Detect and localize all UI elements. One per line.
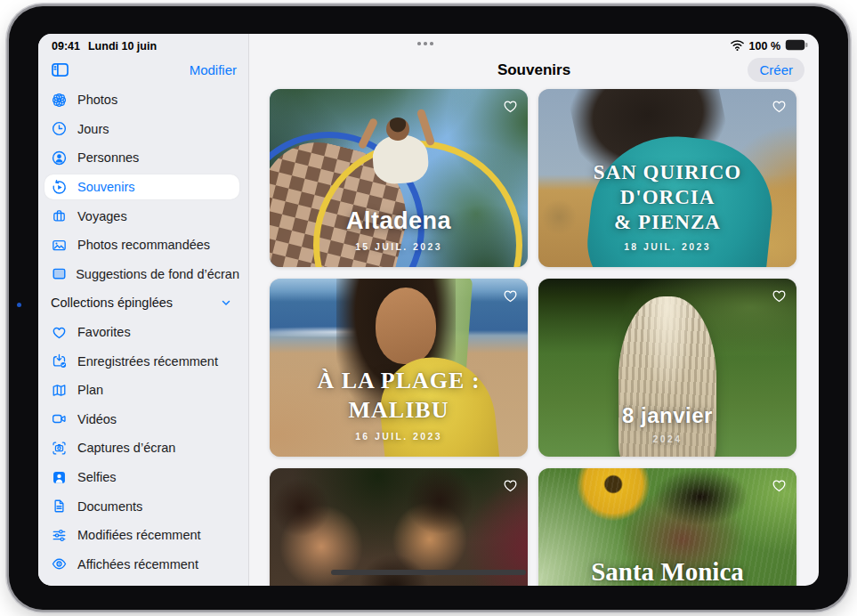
memory-card-san-quirico[interactable]: SAN QUIRICO D'ORCIA & PIENZA 18 JUIL. 20… <box>538 89 796 267</box>
selfies-icon <box>51 469 77 486</box>
create-button[interactable]: Créer <box>748 58 804 82</box>
sidebar-item-label: Modifiées récemment <box>77 528 201 542</box>
sidebar-item-label: Enregistrées récemment <box>77 354 218 369</box>
sidebar-item-documents[interactable]: Documents <box>38 491 248 521</box>
featured-photos-icon <box>51 237 77 254</box>
sidebar-item-label: Vidéos <box>77 412 117 426</box>
sidebar-item-souvenirs[interactable]: Souvenirs <box>38 173 248 202</box>
favorite-heart-icon[interactable] <box>769 95 789 118</box>
trips-icon <box>51 207 77 224</box>
photo-detail <box>538 468 796 586</box>
sidebar-item-label: Selfies <box>77 470 117 484</box>
sidebar-item-label: Documents <box>77 499 142 514</box>
recently-edited-icon <box>51 527 77 544</box>
status-bar-right: 100 % <box>730 39 808 53</box>
status-time: 09:41 <box>52 40 80 53</box>
sidebar-item-videos[interactable]: Vidéos <box>38 405 248 434</box>
memory-photo <box>270 468 528 586</box>
sidebar-item-label: Plan <box>77 383 103 397</box>
ipad-screen: 09:41 Lundi 10 juin 100 % Modifier <box>38 34 819 586</box>
favorite-heart-icon[interactable] <box>500 95 521 118</box>
sidebar-item-favorites[interactable]: Favorites <box>38 318 248 347</box>
sidebar-item-label: Suggestions de fond d’écran <box>76 267 239 281</box>
sidebar-item-label: Affichées récemment <box>77 557 198 571</box>
memory-card-8-janvier[interactable]: 8 janvier 2024 <box>538 279 796 457</box>
memory-card-group[interactable] <box>270 468 528 586</box>
sidebar-toggle-icon[interactable] <box>50 60 70 84</box>
status-bar-left: 09:41 Lundi 10 juin <box>52 40 157 53</box>
memory-card-santa-monica[interactable]: Santa Monica <box>538 468 796 586</box>
map-icon <box>51 382 77 399</box>
video-icon <box>51 410 77 427</box>
screenshot-icon <box>51 440 77 457</box>
sidebar-section-collections-epinglees[interactable]: Collections épinglées <box>38 288 248 318</box>
sidebar-section-label: Collections épinglées <box>51 296 173 310</box>
favorite-heart-icon[interactable] <box>500 285 521 307</box>
edit-button[interactable]: Modifier <box>190 62 237 77</box>
sidebar-item-plan[interactable]: Plan <box>38 376 248 405</box>
sidebar-item-label: Photos recommandées <box>77 238 210 252</box>
battery-icon <box>785 39 808 53</box>
sidebar-item-label: Captures d’écran <box>77 441 175 455</box>
sidebar-item-label: Personnes <box>77 150 139 165</box>
battery-percent: 100 % <box>749 40 780 53</box>
ipad-frame: 09:41 Lundi 10 juin 100 % Modifier <box>9 6 848 610</box>
sidebar-item-affichees-recemment[interactable]: Affichées récemment <box>38 550 248 580</box>
photo-detail <box>386 118 409 141</box>
sidebar-item-label: Souvenirs <box>77 180 134 194</box>
documents-icon <box>51 498 77 515</box>
window-drag-handle[interactable] <box>417 42 433 45</box>
sidebar-item-voyages[interactable]: Voyages <box>38 201 248 231</box>
photo-detail <box>618 296 716 457</box>
sidebar-item-selfies[interactable]: Selfies <box>38 463 248 492</box>
memory-card-malibu[interactable]: À LA PLAGE : MALIBU 16 JUIL. 2023 <box>270 279 528 457</box>
sidebar: Modifier Photos Jours <box>38 34 249 586</box>
memory-card-altadena[interactable]: Altadena 15 JUIL. 2023 <box>270 89 528 267</box>
recently-viewed-icon <box>51 555 77 572</box>
sidebar-item-modifiees-recemment[interactable]: Modifiées récemment <box>38 521 248 550</box>
favorite-heart-icon[interactable] <box>500 474 521 497</box>
sidebar-item-photos[interactable]: Photos <box>38 85 248 115</box>
sidebar-item-label: Favorites <box>77 325 131 339</box>
sidebar-item-label: Photos <box>77 93 117 107</box>
sidebar-list: Photos Jours Personnes <box>38 85 248 579</box>
heart-icon <box>51 324 77 341</box>
photo-detail <box>371 134 430 185</box>
memories-icon <box>51 179 77 196</box>
photo-detail <box>376 288 436 364</box>
sidebar-item-label: Jours <box>77 122 109 136</box>
sidebar-item-label: Voyages <box>77 209 127 223</box>
people-icon <box>51 150 77 166</box>
sidebar-item-jours[interactable]: Jours <box>38 115 248 144</box>
chevron-down-icon[interactable] <box>220 296 239 309</box>
sidebar-item-enregistrees-recemment[interactable]: Enregistrées récemment <box>38 346 248 376</box>
favorite-heart-icon[interactable] <box>769 474 789 497</box>
sidebar-item-photos-recommandees[interactable]: Photos recommandées <box>38 231 248 260</box>
photos-icon <box>51 92 77 109</box>
sidebar-item-personnes[interactable]: Personnes <box>38 143 248 173</box>
sidebar-item-suggestions-fond-ecran[interactable]: Suggestions de fond d’écran <box>38 260 248 289</box>
favorite-heart-icon[interactable] <box>769 285 789 307</box>
bezel-indicator-dot <box>17 303 21 307</box>
page-title: Souvenirs <box>249 61 819 79</box>
days-icon <box>51 120 77 137</box>
memories-grid: Altadena 15 JUIL. 2023 SAN QUIRICO D'ORC… <box>270 89 796 586</box>
status-date: Lundi 10 juin <box>88 40 157 53</box>
wifi-icon <box>730 39 745 53</box>
wallpaper-icon <box>51 265 76 282</box>
home-indicator[interactable] <box>331 570 526 575</box>
sidebar-item-captures-ecran[interactable]: Captures d’écran <box>38 434 248 463</box>
recently-saved-icon <box>51 353 77 369</box>
